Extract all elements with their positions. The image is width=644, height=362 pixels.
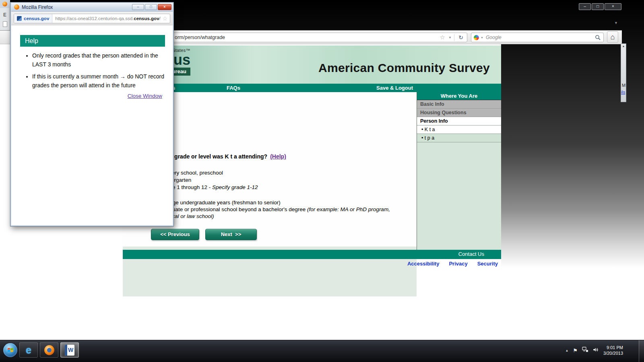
- url-suffix: /: [159, 16, 161, 21]
- window-text-fragment: E: [3, 12, 6, 18]
- word-letter: W: [68, 347, 73, 353]
- security-link[interactable]: Security: [477, 261, 498, 267]
- previous-button[interactable]: << Previous: [151, 229, 199, 240]
- home-icon[interactable]: ⌂: [607, 31, 618, 43]
- url-domain: census.gov: [134, 16, 159, 21]
- help-link[interactable]: (Help): [270, 153, 286, 160]
- network-icon[interactable]: [582, 347, 588, 354]
- close-window-link[interactable]: Close Window: [128, 93, 162, 99]
- sidebar-item-person-info: Person Info: [417, 117, 501, 125]
- page-title: American Community Survey: [318, 61, 490, 75]
- url-prefix: https://acs-oneal312.centurion-qa.ssd.: [55, 16, 134, 21]
- url-text: orm/person/whatgrade: [175, 35, 225, 40]
- windows-logo-icon: [7, 346, 14, 354]
- volume-icon[interactable]: [593, 347, 599, 354]
- search-icon[interactable]: [595, 35, 601, 42]
- acs-banner: United States™ Census Bureau American Co…: [123, 45, 501, 84]
- option-nursery-school[interactable]: Nursery school, preschool: [152, 169, 409, 176]
- taskbar-left: e W: [3, 342, 79, 358]
- word-taskbar-button[interactable]: W: [60, 342, 79, 358]
- background-window-fragment-top: [0, 0, 10, 8]
- background-window-fragment-side: E: [0, 8, 10, 31]
- site-identity-label: census.gov: [24, 16, 49, 21]
- reload-icon[interactable]: ↻: [458, 34, 463, 41]
- sidebar-item-housing-questions: Housing Questions: [417, 109, 501, 117]
- taskbar-clock[interactable]: 9:01 PM 3/20/2013: [603, 345, 623, 356]
- firefox-icon: [2, 2, 7, 6]
- firefox-globe-icon: [47, 348, 52, 352]
- firefox-icon: [14, 4, 19, 10]
- option-college-undergraduate[interactable]: College undergraduate years (freshman to…: [152, 199, 409, 206]
- question-text: What grade or level was K t a attending?…: [159, 153, 286, 160]
- close-button[interactable]: ×: [605, 3, 621, 10]
- site-identity-chip[interactable]: census.gov: [14, 14, 52, 23]
- bookmarks-dropdown-icon[interactable]: ▼: [614, 21, 618, 25]
- contact-us-link[interactable]: Contact Us: [458, 251, 484, 257]
- search-engine-dropdown-icon[interactable]: ▼: [481, 36, 483, 39]
- text-fragment-m: M: [622, 83, 625, 88]
- sidebar-item-basic-info: Basic Info: [417, 100, 501, 109]
- word-icon-strip: [65, 345, 67, 356]
- option-label-italic: Specify grade 1-12: [212, 184, 258, 190]
- next-button[interactable]: Next >>: [205, 229, 257, 240]
- internet-explorer-icon: e: [26, 344, 31, 356]
- firefox-taskbar-button[interactable]: [40, 342, 58, 358]
- scroll-up-icon[interactable]: ▲: [621, 44, 626, 49]
- minimize-button[interactable]: –: [132, 4, 144, 10]
- help-bullet-list: Only record grades that the person atten…: [25, 51, 167, 93]
- help-bullet: Only record grades that the person atten…: [32, 51, 167, 69]
- question-label: What grade or level was K t a attending?: [159, 153, 267, 160]
- url-dropdown-icon[interactable]: ▼: [448, 36, 452, 39]
- popup-title: Mozilla Firefox: [22, 4, 131, 10]
- firefox-icon: [44, 345, 54, 355]
- popup-title-bar[interactable]: Mozilla Firefox – □ ×: [11, 3, 173, 12]
- bookmark-star-icon[interactable]: ☆: [162, 15, 170, 22]
- acs-footer-bar: Contact Us: [123, 250, 501, 259]
- sidebar-item-k-t-a: • K t a: [417, 125, 501, 134]
- maximize-button[interactable]: □: [145, 4, 157, 10]
- popup-url-bar[interactable]: census.gov https://acs-oneal312.centurio…: [14, 14, 170, 23]
- privacy-link[interactable]: Privacy: [449, 261, 467, 267]
- help-header: Help: [20, 35, 165, 47]
- word-icon: W: [65, 345, 74, 356]
- show-desktop-button[interactable]: [639, 340, 644, 362]
- action-center-flag-icon[interactable]: ⚑: [573, 348, 578, 354]
- text-fragment-ils: ils: [621, 90, 625, 95]
- divider: [454, 34, 454, 41]
- census-favicon: [17, 16, 22, 21]
- help-popup-window: Mozilla Firefox – □ × census.gov https:/…: [10, 2, 174, 226]
- acs-footer-links: Accessibility Privacy Security: [123, 261, 498, 267]
- search-input[interactable]: ▼ Google: [471, 33, 604, 42]
- option-label: Graduate or professional school beyond a…: [160, 206, 307, 212]
- clock-date: 3/20/2013: [603, 350, 623, 356]
- nav-faqs[interactable]: FAQs: [227, 84, 240, 92]
- minimize-button[interactable]: –: [579, 3, 591, 10]
- option-kindergarten[interactable]: Kindergarten: [152, 177, 409, 183]
- option-graduate-professional[interactable]: Graduate or professional school beyond a…: [152, 206, 409, 220]
- nav-save-logout[interactable]: Save & Logout: [376, 84, 413, 92]
- desktop: E – □ × ▼ orm/person/whatgrade ☆ ▼ ↻ ▼ G…: [0, 0, 644, 362]
- maximize-button[interactable]: □: [592, 3, 604, 10]
- popup-url-text: https://acs-oneal312.centurion-qa.ssd.ce…: [52, 16, 160, 21]
- option-label: College undergraduate years (freshman to…: [160, 200, 281, 206]
- document-icon: [3, 21, 7, 27]
- close-button[interactable]: ×: [158, 4, 171, 10]
- accessibility-link[interactable]: Accessibility: [407, 261, 440, 267]
- start-button[interactable]: [3, 343, 17, 357]
- acs-nav-bar: Instructions FAQs Save & Logout: [123, 84, 501, 92]
- popup-content: Help Only record grades that the person …: [11, 25, 173, 225]
- sidebar-title: Where You Are: [417, 92, 501, 100]
- system-tray: ▲ ⚑ 9:01 PM 3/20/2013: [565, 343, 623, 358]
- option-grade-1-12[interactable]: Grade 1 through 12 - Specify grade 1-12: [152, 184, 409, 191]
- clock-time: 9:01 PM: [603, 345, 623, 350]
- internet-explorer-taskbar-button[interactable]: e: [19, 342, 38, 358]
- sidebar-item-t-p-a: • t p a: [417, 134, 501, 142]
- search-placeholder: Google: [486, 35, 502, 40]
- help-bullet: If this is currently a summer month → do…: [32, 72, 167, 90]
- google-logo-icon[interactable]: [474, 35, 479, 40]
- taskbar: e W ▲ ⚑ 9:01 PM 3/20/2013: [0, 340, 644, 362]
- bookmark-star-icon[interactable]: ☆: [440, 34, 445, 41]
- window-controls: – □ ×: [579, 3, 621, 10]
- where-you-are-sidebar: Where You Are Basic Info Housing Questio…: [417, 92, 501, 250]
- show-hidden-icons-icon[interactable]: ▲: [565, 349, 568, 352]
